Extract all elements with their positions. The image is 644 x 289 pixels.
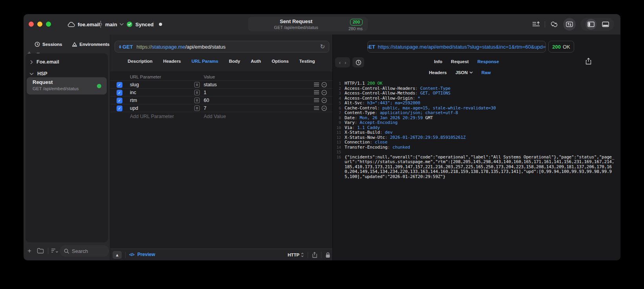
remove-row-icon[interactable]	[321, 98, 327, 103]
lock-icon[interactable]	[325, 252, 330, 258]
equals-type-icon[interactable]: =	[194, 82, 200, 87]
param-checkbox[interactable]: ✓	[117, 98, 122, 104]
param-name-input[interactable]: rtm	[130, 98, 137, 103]
sort-list-icon[interactable]	[51, 248, 58, 253]
tab-sessions[interactable]: Sessions	[35, 42, 62, 47]
remove-row-icon[interactable]	[321, 105, 327, 111]
tab-label: Auth	[251, 59, 261, 64]
tab-options[interactable]: Options	[272, 59, 288, 64]
equals-type-icon[interactable]: =	[194, 105, 200, 111]
swap-request-response-icon[interactable]	[563, 18, 576, 31]
toggle-left-panel-icon[interactable]	[586, 19, 597, 30]
tab-label: Body	[229, 59, 240, 64]
param-checkbox[interactable]: ✓	[117, 82, 122, 88]
toggle-bottom-panel-icon[interactable]	[602, 22, 609, 27]
tab-request[interactable]: Request	[451, 59, 469, 64]
new-folder-icon[interactable]	[37, 248, 44, 254]
request-url-bar[interactable]: GET https://statuspage.me/api/embed/stat…	[115, 41, 329, 53]
subtab-raw[interactable]: Raw	[482, 70, 491, 75]
tab-info[interactable]: Info	[434, 59, 442, 64]
remove-row-icon[interactable]	[321, 82, 327, 87]
method-label[interactable]: GET	[122, 44, 133, 50]
footer-divider	[321, 252, 321, 258]
param-name-input[interactable]: inc	[130, 90, 136, 95]
share-icon[interactable]	[312, 252, 317, 258]
nav-forward-icon[interactable]: ›	[345, 60, 346, 65]
remove-row-icon[interactable]	[321, 90, 327, 95]
add-param-value-input[interactable]: Add Value	[204, 114, 226, 119]
titlebar-toolbar	[532, 18, 614, 31]
lines-up-arrow-icon[interactable]	[532, 21, 540, 27]
param-rows: ✓slug=status✓inc=1✓rtm=60✓upd=7Add URL P…	[110, 80, 332, 120]
response-subtabs: HeadersJSONRaw	[429, 70, 491, 75]
collapse-panel-icon[interactable]: ▲	[113, 251, 122, 259]
add-param-name-input[interactable]: Add URL Parameter	[130, 114, 174, 119]
add-request-icon[interactable]: +	[27, 247, 31, 255]
project-switcher[interactable]: foe.email	[68, 20, 100, 29]
footer-right-controls: HTTP	[288, 249, 330, 260]
nav-back-icon[interactable]: ‹	[339, 60, 341, 65]
sidebar: Sessions Environments + − Foe.email	[24, 35, 110, 260]
request-summary-pill[interactable]: Sent Request GET /api/embed/status 200 2…	[248, 17, 368, 31]
tab-response[interactable]: Response	[477, 59, 499, 64]
branch-switcher[interactable]: main	[99, 20, 124, 29]
footer-divider	[125, 252, 126, 258]
param-value-input[interactable]: 1	[204, 90, 206, 95]
zoom-button[interactable]	[46, 22, 51, 27]
resend-icon[interactable]: ↻	[320, 43, 325, 50]
line-content: {"incidents":null,"overall":{"code":"ope…	[345, 155, 617, 180]
branch-name: main	[105, 22, 117, 27]
line-number: 11	[335, 130, 341, 135]
preview-label: Preview	[137, 252, 155, 257]
param-checkbox[interactable]: ✓	[117, 90, 122, 96]
minimize-button[interactable]	[37, 22, 42, 27]
param-checkbox[interactable]: ✓	[117, 105, 122, 111]
raw-response-view[interactable]: 1HTTP/1.1 200 OK2Access-Control-Allow-He…	[333, 80, 620, 260]
param-value-input[interactable]: 7	[204, 105, 206, 111]
history-clock-icon[interactable]	[352, 57, 364, 67]
sent-request-url[interactable]: GET https://statuspage.me/api/embed/stat…	[367, 41, 546, 53]
search-input[interactable]: Search	[60, 245, 109, 257]
tab-body[interactable]: Body	[229, 59, 240, 64]
export-share-icon[interactable]	[586, 58, 591, 65]
row-lines-icon[interactable]	[314, 90, 319, 95]
line-number: 4	[335, 96, 341, 101]
tab-testing[interactable]: Testing	[299, 59, 315, 64]
tree-group-hsp[interactable]: HSP	[29, 71, 47, 76]
tab-auth[interactable]: Auth	[251, 59, 261, 64]
equals-type-icon[interactable]: =	[194, 90, 200, 95]
param-name-input[interactable]: upd	[130, 105, 138, 111]
preview-button[interactable]: </> Preview	[129, 252, 155, 257]
tab-environments[interactable]: Environments	[72, 42, 110, 47]
subtab-headers[interactable]: Headers	[429, 70, 447, 75]
titlebar-divider	[153, 21, 154, 27]
param-value-input[interactable]: status	[204, 82, 217, 87]
sidebar-footer: + Search	[24, 245, 110, 257]
duration-label: 280 ms	[348, 26, 363, 31]
param-value-input[interactable]: 60	[204, 98, 209, 103]
line-number: 7	[335, 111, 341, 116]
row-lines-icon[interactable]	[314, 82, 319, 87]
tree-group-foe-email[interactable]: Foe.email	[30, 59, 59, 65]
param-row: ✓upd=7	[110, 104, 332, 112]
tree-group-label: HSP	[37, 71, 47, 76]
close-button[interactable]	[29, 22, 34, 27]
cloud-icon	[68, 22, 75, 27]
tab-description[interactable]: Description	[128, 59, 152, 64]
row-lines-icon[interactable]	[314, 98, 319, 102]
sync-loop-icon[interactable]	[550, 21, 558, 27]
method-stepper-icon[interactable]	[119, 45, 121, 49]
url-scheme: https://	[137, 44, 152, 50]
subtab-json[interactable]: JSON	[455, 70, 473, 75]
row-lines-icon[interactable]	[314, 106, 319, 110]
protocol-selector[interactable]: HTTP	[288, 253, 304, 257]
sync-status[interactable]: Synced	[126, 20, 153, 29]
tab-headers[interactable]: Headers	[163, 59, 181, 64]
param-name-input[interactable]: slug	[130, 82, 139, 87]
tab-label: Response	[477, 59, 499, 64]
chevron-down-icon	[469, 71, 473, 74]
tab-url-params[interactable]: URL Params	[192, 59, 218, 64]
request-list-item-selected[interactable]: Request GET /api/embed/status	[27, 77, 107, 95]
equals-type-icon[interactable]: =	[194, 98, 200, 103]
tab-sessions-label: Sessions	[42, 42, 62, 47]
